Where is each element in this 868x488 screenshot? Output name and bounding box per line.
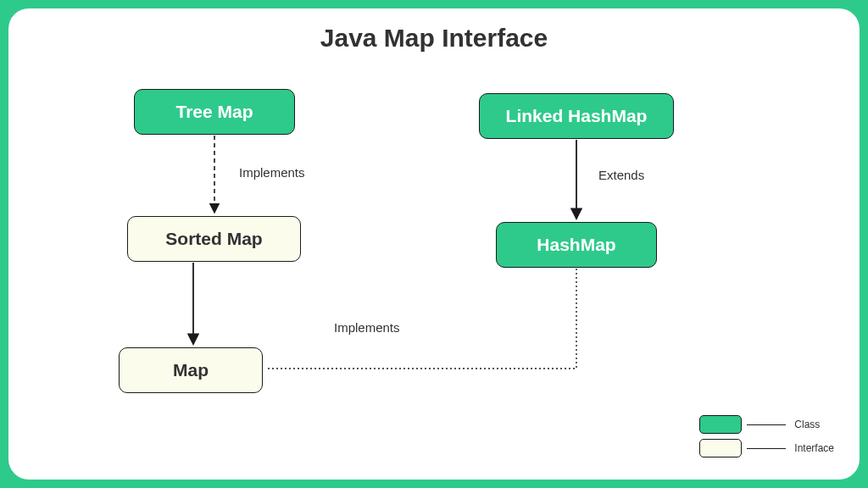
node-label: Sorted Map [165,229,262,248]
node-linkedhashmap: Linked HashMap [479,93,674,139]
edge-label-implements-2: Implements [334,320,400,335]
edge-label-implements-1: Implements [239,165,305,180]
node-label: Map [173,360,209,380]
diagram-title: Java Map Interface [8,24,860,53]
node-sortedmap: Sorted Map [127,216,301,262]
legend-line-icon [747,424,786,425]
node-label: Tree Map [175,102,253,121]
legend-class-label: Class [794,419,820,430]
legend-interface-row: Interface [699,439,834,458]
node-hashmap: HashMap [496,222,657,268]
legend: Class Interface [699,415,834,463]
node-label: HashMap [537,235,615,254]
node-map: Map [119,347,263,393]
legend-line-icon [747,448,786,449]
frame: Java Map Interface Tree Map Linked HashM… [0,0,868,488]
legend-interface-label: Interface [794,442,834,454]
legend-interface-swatch [699,439,742,458]
node-treemap: Tree Map [134,89,295,135]
edge-label-extends: Extends [598,168,644,182]
legend-class-swatch [699,415,742,434]
node-label: Linked HashMap [506,106,648,125]
legend-class-row: Class [699,415,834,434]
diagram-canvas: Java Map Interface Tree Map Linked HashM… [8,8,860,480]
